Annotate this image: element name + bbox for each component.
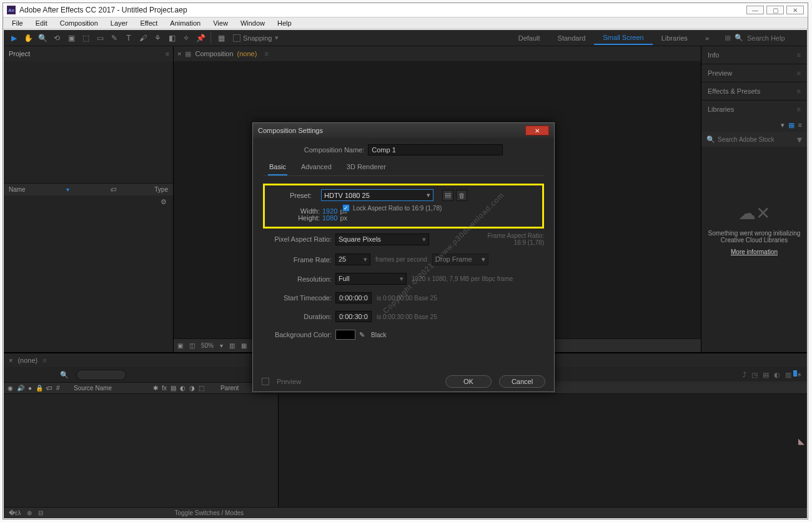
preview-menu-icon[interactable]: ≡	[797, 69, 801, 77]
project-tag-icon[interactable]: 🏷	[111, 186, 117, 193]
info-menu-icon[interactable]: ≡	[797, 51, 801, 59]
framerate-select[interactable]: 25▾	[335, 254, 370, 265]
menu-effect[interactable]: Effect	[135, 18, 162, 28]
snapping-chevron-icon[interactable]: ▾	[275, 34, 279, 42]
tl-expand1-icon[interactable]: �ελ	[9, 510, 21, 516]
ok-button[interactable]: OK	[445, 375, 492, 388]
maximize-button[interactable]: ▢	[766, 6, 784, 14]
zoom-chevron-icon[interactable]: ▾	[220, 342, 223, 349]
tl-eye-icon[interactable]: ◉	[7, 385, 13, 392]
tl-source-name-header[interactable]: Source Name	[74, 385, 112, 392]
tl-motionblur-icon[interactable]: ◐	[774, 371, 780, 379]
camera-tool-icon[interactable]: ▣	[65, 32, 77, 44]
menu-edit[interactable]: Edit	[31, 18, 52, 28]
libraries-menu-icon[interactable]: ≡	[797, 106, 801, 113]
close-window-button[interactable]: ✕	[786, 6, 804, 14]
pan-behind-tool-icon[interactable]: ⬚	[79, 32, 92, 44]
tl-draft3d-icon[interactable]: ◳	[751, 371, 758, 379]
res-icon[interactable]: ▥	[229, 342, 235, 349]
project-col-type[interactable]: Type	[154, 186, 168, 193]
alpha-icon[interactable]: ▣	[177, 342, 183, 349]
sort-indicator-icon[interactable]: ▾	[66, 186, 69, 193]
dialog-close-button[interactable]: ✕	[525, 126, 549, 135]
lib-dropdown-icon[interactable]: ▾	[781, 121, 785, 129]
hand-tool-icon[interactable]: ✋	[22, 32, 34, 44]
preset-delete-icon[interactable]: 🗑	[456, 190, 467, 201]
work-area-handle[interactable]	[793, 370, 797, 377]
lib-grid-view-icon[interactable]: ▦	[788, 121, 795, 129]
tl-fx-col-icon[interactable]: fx	[162, 385, 167, 392]
tl-parent-header[interactable]: Parent	[220, 385, 239, 392]
help-search-input[interactable]	[747, 34, 803, 42]
shape-tool-icon[interactable]: ▭	[94, 32, 106, 44]
selection-tool-icon[interactable]: ▶	[7, 32, 20, 44]
timeline-collapse-icon[interactable]: ◣	[798, 436, 805, 446]
lib-more-info-link[interactable]: More information	[708, 249, 801, 255]
workspace-small-screen[interactable]: Small Screen	[594, 31, 652, 45]
lock-aspect-checkbox[interactable]: ✓	[342, 204, 350, 212]
eraser-tool-icon[interactable]: ◧	[166, 32, 178, 44]
timeline-track-area[interactable]: ◣	[279, 394, 807, 507]
type-tool-icon[interactable]: T	[122, 32, 135, 44]
menu-animation[interactable]: Animation	[165, 18, 205, 28]
comp-tab-close-icon[interactable]: ×	[177, 50, 181, 57]
timeline-search-input[interactable]	[76, 370, 126, 380]
timeline-layer-list[interactable]	[4, 394, 279, 507]
tl-adj-col-icon[interactable]: ◑	[189, 385, 195, 392]
tl-solo-icon[interactable]: ●	[28, 385, 32, 392]
toggle-switches-modes[interactable]: Toggle Switches / Modes	[174, 510, 244, 516]
comp-name-input[interactable]	[368, 144, 503, 155]
panel-info[interactable]: Info	[708, 51, 719, 59]
comp-panel-lock-icon[interactable]: ▦	[185, 50, 191, 58]
timeline-tab-close-icon[interactable]: ×	[9, 357, 12, 364]
cancel-button[interactable]: Cancel	[499, 375, 545, 388]
pen-tool-icon[interactable]: ✎	[108, 32, 121, 44]
height-input[interactable]: 1080	[322, 214, 337, 222]
zoom-tool-icon[interactable]: 🔍	[36, 32, 49, 44]
panel-libraries[interactable]: Libraries	[708, 106, 734, 113]
preset-save-icon[interactable]: ▤	[442, 190, 453, 201]
dialog-tab-3d[interactable]: 3D Renderer	[345, 160, 387, 175]
effects-menu-icon[interactable]: ≡	[797, 87, 801, 95]
brush-tool-icon[interactable]: 🖌	[137, 32, 149, 44]
menu-file[interactable]: File	[7, 18, 28, 28]
par-select[interactable]: Square Pixels▾	[335, 234, 429, 245]
resolution-select[interactable]: Full▾	[335, 273, 407, 285]
bgcolor-swatch[interactable]	[335, 330, 355, 340]
duration-input[interactable]	[335, 311, 372, 322]
panel-effects[interactable]: Effects & Presets	[708, 87, 760, 95]
project-panel-tab[interactable]: Project	[7, 47, 31, 60]
workspace-more-icon[interactable]: »	[696, 32, 718, 44]
menu-composition[interactable]: Composition	[55, 18, 103, 28]
tl-mb-col-icon[interactable]: ◐	[180, 385, 186, 392]
flowchart-icon[interactable]: ⚙	[161, 198, 167, 206]
toolbar-grid-icon[interactable]: ▦	[725, 34, 731, 42]
workspace-standard[interactable]: Standard	[549, 32, 595, 44]
dialog-tab-basic[interactable]: Basic	[268, 160, 287, 175]
project-col-name[interactable]: Name	[9, 186, 26, 193]
puppet-tool-icon[interactable]: 📌	[194, 32, 207, 44]
menu-view[interactable]: View	[208, 18, 233, 28]
snapping-checkbox[interactable]	[233, 34, 240, 42]
menu-window[interactable]: Window	[235, 18, 270, 28]
tl-shy-col-icon[interactable]: ✱	[153, 385, 158, 392]
channel-icon[interactable]: ◫	[189, 342, 195, 349]
menu-layer[interactable]: Layer	[106, 18, 133, 28]
workspace-default[interactable]: Default	[510, 32, 549, 44]
workspace-libraries[interactable]: Libraries	[653, 32, 696, 44]
tl-graph-icon[interactable]: ▥	[785, 371, 791, 379]
tl-audio-icon[interactable]: 🔊	[17, 385, 24, 392]
lib-list-view-icon[interactable]: ≡	[798, 121, 802, 129]
tl-label-icon[interactable]: 🏷	[46, 385, 52, 392]
tl-frameblend-icon[interactable]: ▤	[763, 371, 769, 379]
timeline-menu-icon[interactable]: ≡	[42, 357, 46, 364]
preset-select[interactable]: HDTV 1080 25▾	[321, 189, 433, 201]
tl-expand3-icon[interactable]: ⊟	[38, 510, 43, 516]
menu-help[interactable]: Help	[272, 18, 297, 28]
panel-preview[interactable]: Preview	[708, 69, 732, 77]
tl-brainstorm-icon[interactable]: ✶	[796, 371, 802, 379]
rotate-tool-icon[interactable]: ⟲	[51, 32, 63, 44]
comp-panel-menu-icon[interactable]: ≡	[264, 50, 268, 57]
tl-3d-col-icon[interactable]: ⬚	[199, 385, 204, 392]
eyedropper-icon[interactable]: ✎	[359, 331, 365, 339]
